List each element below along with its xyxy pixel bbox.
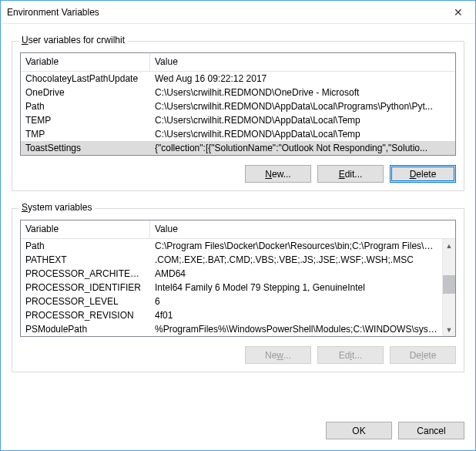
cell-value: {"collection":[{"SolutionName":"Outlook … bbox=[150, 142, 455, 154]
user-new-button[interactable]: New... bbox=[245, 165, 311, 183]
cell-value: C:\Program Files\Docker\Docker\Resources… bbox=[150, 240, 442, 252]
table-row[interactable]: ToastSettings{"collection":[{"SolutionNa… bbox=[21, 141, 455, 155]
system-variables-group: System variables Variable Value PathC:\P… bbox=[12, 208, 464, 372]
cell-value: C:\Users\crwilhit.REDMOND\OneDrive - Mic… bbox=[150, 86, 455, 99]
cell-variable: Path bbox=[21, 100, 150, 113]
cell-value: C:\Users\crwilhit.REDMOND\AppData\Local\… bbox=[150, 128, 455, 140]
ok-button[interactable]: OK bbox=[326, 422, 392, 439]
user-variables-group: User variables for crwilhit Variable Val… bbox=[12, 41, 464, 191]
table-row[interactable]: PathC:\Program Files\Docker\Docker\Resou… bbox=[21, 239, 442, 253]
cell-value: C:\Users\crwilhit.REDMOND\AppData\Local\… bbox=[150, 100, 455, 113]
table-row[interactable]: PROCESSOR_IDENTIFIERIntel64 Family 6 Mod… bbox=[21, 281, 442, 294]
titlebar: Environment Variables ✕ bbox=[1, 1, 475, 24]
cell-value: Wed Aug 16 09:22:12 2017 bbox=[150, 72, 455, 85]
user-variables-list[interactable]: Variable Value ChocolateyLastPathUpdateW… bbox=[20, 52, 456, 156]
system-list-header: Variable Value bbox=[21, 220, 455, 239]
cell-variable: PROCESSOR_LEVEL bbox=[21, 295, 150, 308]
system-list-scrollbar[interactable]: ▲ ▼ bbox=[442, 239, 455, 336]
cell-variable: ToastSettings bbox=[21, 142, 150, 154]
cancel-button[interactable]: Cancel bbox=[398, 422, 464, 439]
user-header-variable[interactable]: Variable bbox=[21, 53, 150, 72]
cell-value: Intel64 Family 6 Model 79 Stepping 1, Ge… bbox=[150, 281, 442, 294]
cell-value: C:\Users\crwilhit.REDMOND\AppData\Local\… bbox=[150, 114, 455, 126]
close-button[interactable]: ✕ bbox=[441, 1, 475, 24]
system-variables-list[interactable]: Variable Value PathC:\Program Files\Dock… bbox=[20, 220, 456, 337]
table-row[interactable]: PATHEXT.COM;.EXE;.BAT;.CMD;.VBS;.VBE;.JS… bbox=[21, 253, 442, 267]
system-header-variable[interactable]: Variable bbox=[21, 220, 150, 239]
table-row[interactable]: TMPC:\Users\crwilhit.REDMOND\AppData\Loc… bbox=[21, 127, 455, 141]
system-edit-button[interactable]: Edit... bbox=[317, 346, 384, 364]
user-list-header: Variable Value bbox=[21, 53, 455, 72]
scroll-track[interactable] bbox=[443, 252, 455, 323]
cell-value: .COM;.EXE;.BAT;.CMD;.VBS;.VBE;.JS;.JSE;.… bbox=[150, 254, 442, 266]
cell-variable: PROCESSOR_REVISION bbox=[21, 309, 150, 321]
close-icon: ✕ bbox=[454, 6, 463, 19]
cell-variable: PROCESSOR_IDENTIFIER bbox=[21, 281, 150, 294]
dialog-footer: OK Cancel bbox=[1, 422, 475, 450]
user-list-body: ChocolateyLastPathUpdateWed Aug 16 09:22… bbox=[21, 72, 455, 155]
user-header-value[interactable]: Value bbox=[150, 53, 455, 72]
table-row[interactable]: PROCESSOR_REVISION4f01 bbox=[21, 308, 442, 322]
system-button-row: New... Edit... Delete bbox=[20, 346, 456, 364]
user-variables-legend: User variables for crwilhit bbox=[18, 35, 128, 45]
cell-variable: OneDrive bbox=[21, 86, 150, 99]
user-button-row: New... Edit... Delete bbox=[20, 165, 456, 183]
table-row[interactable]: ChocolateyLastPathUpdateWed Aug 16 09:22… bbox=[21, 72, 455, 86]
dialog-body: User variables for crwilhit Variable Val… bbox=[1, 24, 475, 422]
table-row[interactable]: PathC:\Users\crwilhit.REDMOND\AppData\Lo… bbox=[21, 99, 455, 113]
system-header-value[interactable]: Value bbox=[150, 220, 455, 239]
system-list-body: PathC:\Program Files\Docker\Docker\Resou… bbox=[21, 239, 442, 336]
scroll-up-icon[interactable]: ▲ bbox=[443, 239, 455, 252]
table-row[interactable]: TEMPC:\Users\crwilhit.REDMOND\AppData\Lo… bbox=[21, 113, 455, 127]
cell-variable: TEMP bbox=[21, 114, 150, 126]
table-row[interactable]: OneDriveC:\Users\crwilhit.REDMOND\OneDri… bbox=[21, 86, 455, 99]
cell-value: 6 bbox=[150, 295, 442, 308]
cell-variable: ChocolateyLastPathUpdate bbox=[21, 72, 150, 85]
system-delete-button[interactable]: Delete bbox=[390, 346, 456, 364]
table-row[interactable]: PROCESSOR_LEVEL6 bbox=[21, 294, 442, 308]
cell-variable: PROCESSOR_ARCHITECTURE bbox=[21, 268, 150, 280]
system-variables-legend: System variables bbox=[18, 202, 95, 213]
table-row[interactable]: PSModulePath%ProgramFiles%\WindowsPowerS… bbox=[21, 322, 442, 336]
cell-variable: PATHEXT bbox=[21, 254, 150, 266]
user-delete-button[interactable]: Delete bbox=[390, 165, 456, 183]
user-edit-button[interactable]: Edit... bbox=[317, 165, 384, 183]
window-title: Environment Variables bbox=[7, 7, 441, 18]
scroll-thumb[interactable] bbox=[443, 275, 455, 294]
cell-variable: TMP bbox=[21, 128, 150, 140]
cell-value: 4f01 bbox=[150, 309, 442, 321]
table-row[interactable]: PROCESSOR_ARCHITECTUREAMD64 bbox=[21, 267, 442, 281]
cell-variable: PSModulePath bbox=[21, 323, 150, 335]
env-vars-dialog: Environment Variables ✕ User variables f… bbox=[0, 0, 476, 451]
scroll-down-icon[interactable]: ▼ bbox=[443, 323, 455, 336]
cell-variable: Path bbox=[21, 240, 150, 252]
cell-value: AMD64 bbox=[150, 268, 442, 280]
cell-value: %ProgramFiles%\WindowsPowerShell\Modules… bbox=[150, 323, 442, 335]
system-new-button[interactable]: New... bbox=[245, 346, 311, 364]
